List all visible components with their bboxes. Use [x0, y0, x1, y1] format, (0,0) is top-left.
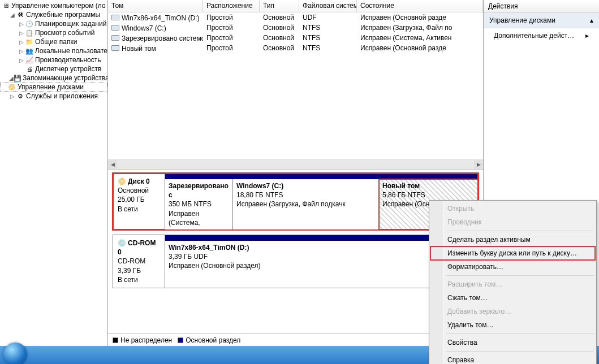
- ctx-shrink[interactable]: Сжать том…: [430, 291, 595, 305]
- partition-size: 18,80 ГБ NTFS: [236, 191, 283, 199]
- menu-separator: [446, 231, 594, 231]
- disk-kind: Основной: [118, 187, 149, 194]
- wrench-icon: 🛠: [16, 10, 25, 19]
- tree-label: Производительность: [35, 56, 101, 64]
- tree-system-tools[interactable]: ◢ 🛠 Служебные программы: [0, 10, 107, 19]
- col-fs[interactable]: Файловая система: [299, 0, 357, 12]
- volume-row[interactable]: Windows7 (C:) Простой Основной NTFS Испр…: [108, 23, 483, 33]
- folder-share-icon: 📁: [25, 37, 34, 46]
- horizontal-scrollbar[interactable]: ◀ ▶: [108, 159, 483, 169]
- ctx-open: Открыть: [430, 202, 595, 215]
- ctx-properties[interactable]: Свойства: [430, 336, 595, 349]
- disk-kind: CD-ROM: [118, 257, 145, 265]
- ctx-delete-volume[interactable]: Удалить том…: [430, 318, 595, 332]
- tree-event-viewer[interactable]: ▷ 📋 Просмотр событий: [0, 28, 107, 37]
- partition-windows7-c[interactable]: Windows7 (C:) 18,80 ГБ NTFS Исправен (За…: [233, 179, 379, 229]
- tree-task-scheduler[interactable]: ▷ 🕒 Планировщик заданий: [0, 19, 107, 28]
- vol-loc: Простой: [203, 33, 260, 42]
- tree-label: Службы и приложения: [26, 92, 98, 100]
- disk-status: В сети: [118, 276, 138, 284]
- partition-context-menu[interactable]: Открыть Проводник Сделать раздел активны…: [429, 200, 597, 364]
- partition-status: Исправен (Основной раздел): [169, 262, 260, 270]
- ctx-help[interactable]: Справка: [430, 353, 595, 364]
- partition-system-reserved[interactable]: Зарезервировано с 350 МБ NTFS Исправен (…: [165, 179, 233, 229]
- disk-color-bar: [165, 174, 478, 179]
- partition-title: Зарезервировано с: [169, 182, 229, 199]
- vol-state: Исправен (Загрузка, Файл по: [357, 23, 483, 32]
- disk-size: 3,39 ГБ: [118, 267, 141, 275]
- nav-tree[interactable]: 🖥 Управление компьютером (ло ◢ 🛠 Служебн…: [0, 0, 108, 346]
- tree-local-users[interactable]: ▷ 👥 Локальные пользовате: [0, 46, 107, 55]
- expand-icon[interactable]: ▷: [18, 48, 25, 54]
- ctx-add-mirror: Добавить зеркало…: [430, 305, 595, 318]
- expand-icon[interactable]: ▷: [18, 57, 25, 63]
- vol-name: Зарезервировано системой: [122, 34, 203, 42]
- ctx-format[interactable]: Форматировать…: [430, 260, 595, 274]
- expand-icon[interactable]: ▷: [18, 21, 25, 27]
- cdrom-0-row[interactable]: 💿 CD-ROM 0 CD-ROM 3,39 ГБ В сети Win7x86…: [113, 235, 479, 288]
- tree-device-manager[interactable]: 🖨 Диспетчер устройств: [0, 64, 107, 73]
- vol-loc: Простой: [203, 23, 260, 32]
- col-tom[interactable]: Том: [108, 0, 203, 12]
- clock-icon: 🕒: [25, 19, 34, 28]
- chevron-right-icon: ▸: [585, 32, 589, 40]
- volume-row[interactable]: Win7x86-x64_TimON (D:) Простой Основной …: [108, 12, 483, 23]
- menu-separator: [446, 333, 594, 334]
- disk-0-row[interactable]: 📀 Диск 0 Основной 25,00 ГБ В сети Зарезе…: [113, 173, 479, 230]
- partition-size: 350 МБ NTFS: [169, 200, 212, 208]
- legend-label: Основной раздел: [186, 336, 240, 344]
- computer-icon: 🖥: [1, 1, 10, 10]
- volume-rows: Win7x86-x64_TimON (D:) Простой Основной …: [108, 12, 483, 159]
- scroll-track[interactable]: [117, 160, 474, 169]
- start-button[interactable]: [3, 343, 27, 364]
- cdrom-0-header[interactable]: 💿 CD-ROM 0 CD-ROM 3,39 ГБ В сети: [113, 235, 165, 288]
- volume-row[interactable]: Зарезервировано системой Простой Основно…: [108, 33, 483, 43]
- actions-section-label: Управление дисками: [489, 16, 555, 24]
- tree-root[interactable]: 🖥 Управление компьютером (ло: [0, 1, 107, 10]
- tree-performance[interactable]: ▷ 📈 Производительность: [0, 55, 107, 64]
- scroll-right-icon[interactable]: ▶: [474, 160, 483, 169]
- expand-icon[interactable]: ▷: [9, 93, 16, 99]
- disk-size: 25,00 ГБ: [118, 196, 145, 203]
- vol-fs: NTFS: [299, 33, 357, 42]
- drive-icon: [111, 24, 120, 32]
- col-loc[interactable]: Расположение: [203, 0, 260, 12]
- tree-storage[interactable]: ◢ 💾 Запоминающие устройства: [0, 73, 107, 83]
- col-state[interactable]: Состояние: [357, 0, 483, 12]
- disk-graphical-view: 📀 Диск 0 Основной 25,00 ГБ В сети Зарезе…: [108, 170, 483, 333]
- ctx-change-drive-letter[interactable]: Изменить букву диска или путь к диску…: [430, 246, 595, 260]
- partition-size: 5,86 ГБ NTFS: [382, 191, 425, 199]
- scroll-left-icon[interactable]: ◀: [108, 160, 117, 169]
- tree-services-apps[interactable]: ▷ ⚙ Службы и приложения: [0, 92, 107, 101]
- collapse-icon[interactable]: ◢: [9, 12, 16, 18]
- tree-label: Управление дисками: [18, 83, 84, 91]
- disk-title: Диск 0: [128, 177, 150, 185]
- collapse-icon[interactable]: ◢: [9, 75, 14, 81]
- expand-icon[interactable]: ▷: [18, 39, 25, 45]
- expand-icon[interactable]: ▷: [18, 30, 25, 36]
- swatch-navy-icon: [178, 337, 183, 343]
- volume-row[interactable]: Новый том Простой Основной NTFS Исправен…: [108, 43, 483, 53]
- tree-disk-management[interactable]: 📀 Управление дисками: [0, 83, 107, 92]
- vol-loc: Простой: [203, 13, 260, 22]
- vol-state: Исправен (Система, Активен: [357, 33, 483, 42]
- vol-fs: NTFS: [299, 44, 357, 53]
- vol-type: Основной: [260, 23, 299, 32]
- actions-section-disk-mgmt[interactable]: Управление дисками ▴: [484, 13, 599, 28]
- ctx-make-active[interactable]: Сделать раздел активным: [430, 233, 595, 246]
- collapse-up-icon[interactable]: ▴: [590, 16, 593, 24]
- ctx-explorer: Проводник: [430, 215, 595, 229]
- partition-status: Исправен (Загрузка, Файл подкачк: [236, 200, 346, 208]
- partition-status: Исправен (Система,: [169, 210, 200, 227]
- legend-unallocated: Не распределен: [113, 336, 172, 344]
- disk-0-header[interactable]: 📀 Диск 0 Основной 25,00 ГБ В сети: [113, 174, 165, 229]
- actions-more[interactable]: Дополнительные дейст… ▸: [484, 28, 599, 43]
- vol-state: Исправен (Основной разде: [357, 44, 483, 53]
- menu-separator: [446, 351, 594, 352]
- tree-shared-folders[interactable]: ▷ 📁 Общие папки: [0, 37, 107, 46]
- disk-drive-icon: 📀: [118, 177, 126, 185]
- col-type[interactable]: Тип: [260, 0, 299, 12]
- device-icon: 🖨: [25, 64, 34, 73]
- users-icon: 👥: [25, 46, 34, 55]
- volume-list-header: Том Расположение Тип Файловая система Со…: [108, 0, 483, 12]
